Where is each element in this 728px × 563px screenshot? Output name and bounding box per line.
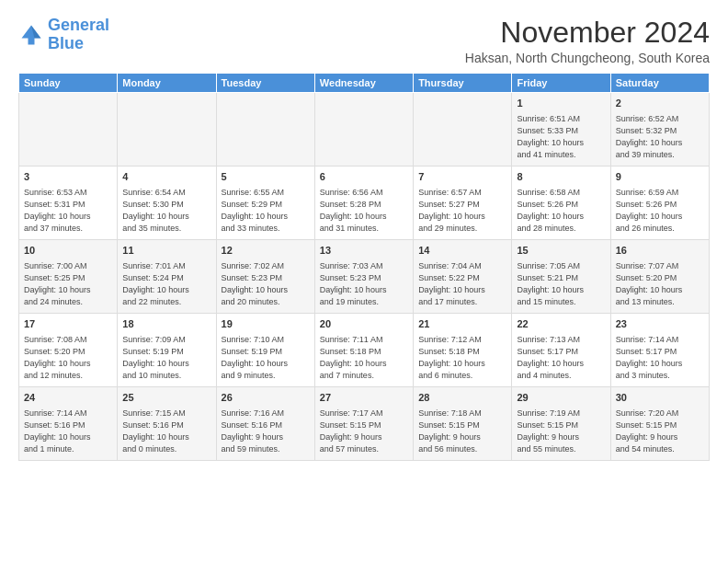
cell-w5-d0: 24Sunrise: 7:14 AM Sunset: 5:16 PM Dayli… [19, 387, 118, 461]
day-info: Sunrise: 7:13 AM Sunset: 5:17 PM Dayligh… [517, 334, 605, 382]
cell-w2-d0: 3Sunrise: 6:53 AM Sunset: 5:31 PM Daylig… [19, 167, 118, 240]
calendar-table: Sunday Monday Tuesday Wednesday Thursday… [18, 73, 710, 461]
day-number: 13 [320, 244, 408, 258]
day-number: 3 [24, 170, 112, 184]
day-info: Sunrise: 6:56 AM Sunset: 5:28 PM Dayligh… [320, 187, 408, 235]
day-info: Sunrise: 7:16 AM Sunset: 5:16 PM Dayligh… [222, 408, 310, 455]
cell-w2-d1: 4Sunrise: 6:54 AM Sunset: 5:30 PM Daylig… [118, 167, 216, 240]
cell-w3-d1: 11Sunrise: 7:01 AM Sunset: 5:24 PM Dayli… [118, 240, 216, 314]
day-info: Sunrise: 7:04 AM Sunset: 5:22 PM Dayligh… [418, 260, 506, 308]
day-info: Sunrise: 7:20 AM Sunset: 5:15 PM Dayligh… [616, 408, 704, 455]
day-number: 28 [418, 391, 506, 405]
day-number: 15 [517, 244, 605, 258]
day-number: 29 [517, 391, 605, 405]
logo-icon [18, 22, 44, 48]
day-info: Sunrise: 6:59 AM Sunset: 5:26 PM Dayligh… [616, 187, 704, 235]
day-number: 4 [122, 170, 210, 184]
day-number: 20 [320, 317, 408, 331]
day-number: 16 [616, 244, 704, 258]
day-number: 9 [616, 170, 704, 184]
day-info: Sunrise: 6:52 AM Sunset: 5:32 PM Dayligh… [616, 113, 704, 161]
cell-w4-d0: 17Sunrise: 7:08 AM Sunset: 5:20 PM Dayli… [19, 314, 118, 387]
day-info: Sunrise: 7:14 AM Sunset: 5:17 PM Dayligh… [616, 334, 704, 382]
day-number: 12 [222, 244, 310, 258]
page: General Blue November 2024 Haksan, North… [0, 0, 728, 470]
day-info: Sunrise: 6:57 AM Sunset: 5:27 PM Dayligh… [418, 187, 506, 235]
header-sunday: Sunday [19, 74, 118, 93]
day-info: Sunrise: 7:08 AM Sunset: 5:20 PM Dayligh… [24, 334, 112, 382]
day-info: Sunrise: 7:07 AM Sunset: 5:20 PM Dayligh… [616, 260, 704, 308]
cell-w1-d0 [19, 93, 118, 167]
cell-w5-d6: 30Sunrise: 7:20 AM Sunset: 5:15 PM Dayli… [610, 387, 709, 461]
header-thursday: Thursday [414, 74, 512, 93]
cell-w4-d2: 19Sunrise: 7:10 AM Sunset: 5:19 PM Dayli… [216, 314, 314, 387]
header-monday: Monday [118, 74, 216, 93]
day-number: 8 [517, 170, 605, 184]
day-number: 25 [122, 391, 210, 405]
week-row-4: 17Sunrise: 7:08 AM Sunset: 5:20 PM Dayli… [19, 314, 710, 387]
week-row-1: 1Sunrise: 6:51 AM Sunset: 5:33 PM Daylig… [19, 93, 710, 167]
cell-w4-d4: 21Sunrise: 7:12 AM Sunset: 5:18 PM Dayli… [414, 314, 512, 387]
month-title: November 2024 [465, 17, 710, 49]
cell-w3-d4: 14Sunrise: 7:04 AM Sunset: 5:22 PM Dayli… [414, 240, 512, 314]
cell-w1-d3 [314, 93, 413, 167]
day-number: 11 [122, 244, 210, 258]
week-row-3: 10Sunrise: 7:00 AM Sunset: 5:25 PM Dayli… [19, 240, 710, 314]
day-info: Sunrise: 6:54 AM Sunset: 5:30 PM Dayligh… [122, 187, 210, 235]
day-info: Sunrise: 6:51 AM Sunset: 5:33 PM Dayligh… [517, 113, 605, 161]
day-info: Sunrise: 7:14 AM Sunset: 5:16 PM Dayligh… [24, 408, 112, 455]
location-subtitle: Haksan, North Chungcheong, South Korea [465, 51, 710, 65]
day-number: 24 [24, 391, 112, 405]
cell-w3-d2: 12Sunrise: 7:02 AM Sunset: 5:23 PM Dayli… [216, 240, 314, 314]
cell-w4-d6: 23Sunrise: 7:14 AM Sunset: 5:17 PM Dayli… [610, 314, 709, 387]
cell-w5-d1: 25Sunrise: 7:15 AM Sunset: 5:16 PM Dayli… [118, 387, 216, 461]
day-number: 5 [222, 170, 310, 184]
day-info: Sunrise: 6:58 AM Sunset: 5:26 PM Dayligh… [517, 187, 605, 235]
cell-w3-d3: 13Sunrise: 7:03 AM Sunset: 5:23 PM Dayli… [314, 240, 413, 314]
cell-w2-d2: 5Sunrise: 6:55 AM Sunset: 5:29 PM Daylig… [216, 167, 314, 240]
cell-w4-d5: 22Sunrise: 7:13 AM Sunset: 5:17 PM Dayli… [512, 314, 610, 387]
day-number: 30 [616, 391, 704, 405]
day-number: 1 [517, 97, 605, 110]
day-number: 7 [418, 170, 506, 184]
cell-w5-d3: 27Sunrise: 7:17 AM Sunset: 5:15 PM Dayli… [314, 387, 413, 461]
day-info: Sunrise: 7:03 AM Sunset: 5:23 PM Dayligh… [320, 260, 408, 308]
day-info: Sunrise: 7:02 AM Sunset: 5:23 PM Dayligh… [222, 260, 310, 308]
day-number: 21 [418, 317, 506, 331]
day-info: Sunrise: 7:01 AM Sunset: 5:24 PM Dayligh… [122, 260, 210, 308]
cell-w2-d3: 6Sunrise: 6:56 AM Sunset: 5:28 PM Daylig… [314, 167, 413, 240]
day-number: 27 [320, 391, 408, 405]
logo-text: General Blue [48, 17, 109, 53]
cell-w4-d3: 20Sunrise: 7:11 AM Sunset: 5:18 PM Dayli… [314, 314, 413, 387]
day-info: Sunrise: 7:18 AM Sunset: 5:15 PM Dayligh… [418, 408, 506, 455]
day-info: Sunrise: 7:19 AM Sunset: 5:15 PM Dayligh… [517, 408, 605, 455]
cell-w3-d5: 15Sunrise: 7:05 AM Sunset: 5:21 PM Dayli… [512, 240, 610, 314]
week-row-2: 3Sunrise: 6:53 AM Sunset: 5:31 PM Daylig… [19, 167, 710, 240]
day-info: Sunrise: 6:55 AM Sunset: 5:29 PM Dayligh… [222, 187, 310, 235]
day-info: Sunrise: 6:53 AM Sunset: 5:31 PM Dayligh… [24, 187, 112, 235]
day-number: 10 [24, 244, 112, 258]
cell-w2-d5: 8Sunrise: 6:58 AM Sunset: 5:26 PM Daylig… [512, 167, 610, 240]
cell-w3-d6: 16Sunrise: 7:07 AM Sunset: 5:20 PM Dayli… [610, 240, 709, 314]
day-number: 17 [24, 317, 112, 331]
cell-w1-d6: 2Sunrise: 6:52 AM Sunset: 5:32 PM Daylig… [610, 93, 709, 167]
day-info: Sunrise: 7:05 AM Sunset: 5:21 PM Dayligh… [517, 260, 605, 308]
title-block: November 2024 Haksan, North Chungcheong,… [465, 17, 710, 65]
cell-w2-d4: 7Sunrise: 6:57 AM Sunset: 5:27 PM Daylig… [414, 167, 512, 240]
week-row-5: 24Sunrise: 7:14 AM Sunset: 5:16 PM Dayli… [19, 387, 710, 461]
logo: General Blue [18, 17, 109, 53]
header-friday: Friday [512, 74, 610, 93]
cell-w5-d4: 28Sunrise: 7:18 AM Sunset: 5:15 PM Dayli… [414, 387, 512, 461]
day-info: Sunrise: 7:17 AM Sunset: 5:15 PM Dayligh… [320, 408, 408, 455]
cell-w5-d5: 29Sunrise: 7:19 AM Sunset: 5:15 PM Dayli… [512, 387, 610, 461]
day-number: 14 [418, 244, 506, 258]
day-info: Sunrise: 7:11 AM Sunset: 5:18 PM Dayligh… [320, 334, 408, 382]
day-number: 6 [320, 170, 408, 184]
header-saturday: Saturday [610, 74, 709, 93]
day-number: 18 [122, 317, 210, 331]
cell-w4-d1: 18Sunrise: 7:09 AM Sunset: 5:19 PM Dayli… [118, 314, 216, 387]
header-tuesday: Tuesday [216, 74, 314, 93]
cell-w5-d2: 26Sunrise: 7:16 AM Sunset: 5:16 PM Dayli… [216, 387, 314, 461]
day-number: 22 [517, 317, 605, 331]
day-info: Sunrise: 7:09 AM Sunset: 5:19 PM Dayligh… [122, 334, 210, 382]
